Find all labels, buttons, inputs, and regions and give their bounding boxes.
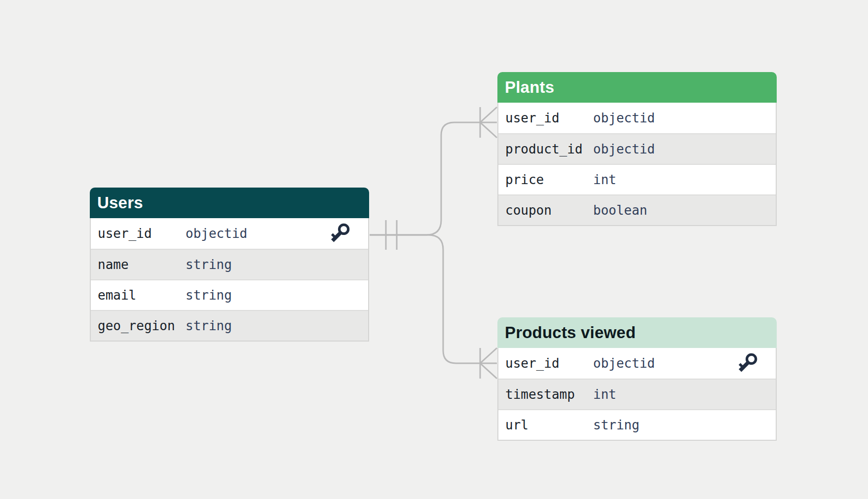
table-users-body: user_id objectid name string email strin…	[90, 218, 369, 342]
field-name: timestamp	[505, 387, 593, 402]
field-type: boolean	[593, 203, 647, 218]
field-type: int	[593, 387, 616, 402]
field-type: string	[593, 418, 640, 432]
table-products-viewed[interactable]: Products viewed user_id objectid timesta…	[497, 317, 777, 441]
field-type: string	[186, 318, 232, 333]
table-plants-header: Plants	[497, 72, 777, 103]
table-row: geo_region string	[91, 310, 368, 341]
table-title: Products viewed	[505, 323, 636, 342]
table-plants[interactable]: Plants user_id objectid product_id objec…	[497, 72, 777, 226]
table-row: user_id objectid	[91, 218, 368, 249]
field-type: string	[186, 257, 232, 272]
relationship-users-products-viewed	[370, 235, 497, 363]
table-row: timestamp int	[498, 379, 776, 409]
table-plants-body: user_id objectid product_id objectid pri…	[497, 103, 777, 226]
field-name: coupon	[505, 203, 593, 218]
field-type: objectid	[593, 111, 655, 125]
field-name: user_id	[505, 356, 593, 371]
table-products-viewed-body: user_id objectid timestamp int url strin…	[497, 348, 777, 441]
table-products-viewed-header: Products viewed	[497, 317, 777, 348]
table-row: user_id objectid	[498, 348, 776, 379]
field-name: user_id	[505, 111, 593, 125]
primary-key-icon	[737, 351, 758, 376]
table-row: coupon boolean	[498, 194, 776, 225]
field-name: price	[505, 172, 593, 187]
field-type: objectid	[593, 142, 655, 156]
table-title: Users	[97, 193, 143, 212]
table-row: url string	[498, 409, 776, 440]
field-name: email	[98, 288, 186, 303]
table-row: product_id objectid	[498, 133, 776, 164]
table-row: user_id objectid	[498, 103, 776, 133]
table-title: Plants	[505, 78, 554, 97]
field-type: int	[593, 172, 616, 187]
table-users[interactable]: Users user_id objectid name string email…	[90, 188, 369, 342]
field-type: objectid	[593, 356, 655, 371]
table-row: price int	[498, 164, 776, 194]
table-row: email string	[91, 279, 368, 310]
field-name: product_id	[505, 142, 593, 156]
field-type: objectid	[186, 226, 247, 241]
field-name: name	[98, 257, 186, 272]
field-name: user_id	[98, 226, 186, 241]
table-row: name string	[91, 249, 368, 279]
field-name: url	[505, 418, 593, 432]
relationship-users-plants	[370, 122, 497, 235]
erd-canvas: Users user_id objectid name string email…	[0, 0, 868, 499]
table-users-header: Users	[90, 188, 369, 218]
field-name: geo_region	[98, 318, 186, 333]
primary-key-icon	[330, 221, 350, 246]
field-type: string	[186, 288, 232, 303]
